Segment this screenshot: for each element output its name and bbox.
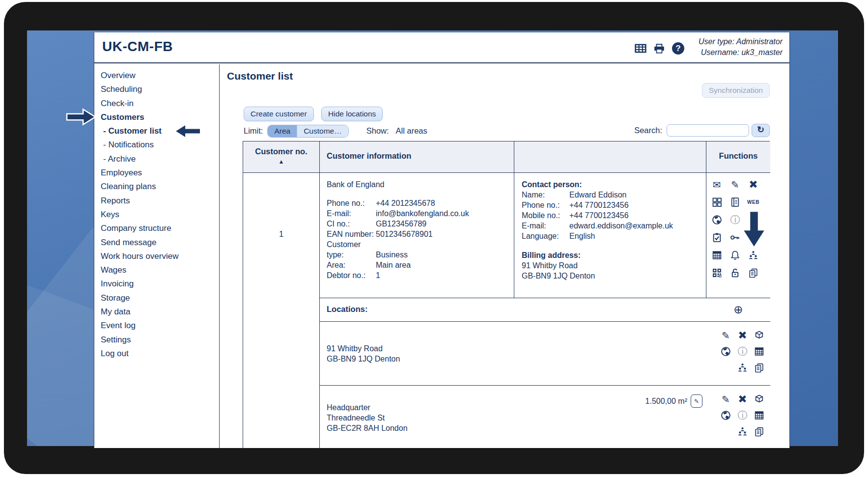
username: Username: uk3_master xyxy=(699,47,783,58)
refresh-icon[interactable]: ↻ xyxy=(752,124,770,137)
sidebar-item-my-data[interactable]: My data xyxy=(94,305,219,319)
print-icon[interactable] xyxy=(653,43,665,54)
annotation-arrow-right xyxy=(66,108,96,126)
globe-icon[interactable] xyxy=(721,410,731,421)
app-title: UK-CM-FB xyxy=(102,39,173,55)
create-customer-button[interactable]: Create customer xyxy=(244,107,314,121)
org-people-icon[interactable] xyxy=(737,426,748,437)
main-content: Customer list Synchronization Create cus… xyxy=(220,64,790,448)
sidebar-item-check-in[interactable]: Check-in xyxy=(94,97,219,111)
hide-locations-button[interactable]: Hide locations xyxy=(321,107,383,121)
location-row: 91 Whitby Road GB-BN9 1JQ Denton xyxy=(320,322,706,386)
location-line: GB-BN9 1JQ Denton xyxy=(327,354,400,364)
org-people-icon[interactable] xyxy=(737,363,748,373)
documents-icon[interactable] xyxy=(754,363,764,373)
billing-line: GB-BN9 1JQ Denton xyxy=(522,271,706,281)
org-people-icon[interactable] xyxy=(748,250,758,260)
sidebar-item-archive[interactable]: - Archive xyxy=(94,152,219,166)
customer-number-cell: 1 xyxy=(243,173,320,448)
user-info: User type: Administrator Username: uk3_m… xyxy=(699,36,783,58)
sidebar-item-employees[interactable]: Employees xyxy=(94,166,219,180)
sidebar-item-keys[interactable]: Keys xyxy=(94,208,219,222)
contact-person-heading: Contact person: xyxy=(522,179,706,190)
location-row: Headquarter Threadneedle St GB-EC2R 8AH … xyxy=(320,386,706,448)
app-header: UK-CM-FB ? User type: Administrator User… xyxy=(94,32,789,63)
bell-icon[interactable] xyxy=(730,250,740,260)
key-icon[interactable] xyxy=(730,232,740,243)
info-icon[interactable]: ⓘ xyxy=(730,213,740,226)
sidebar: Overview Scheduling Check-in Customers -… xyxy=(94,64,220,448)
location-functions-cell: ✎ ✖ ⓘ xyxy=(706,386,770,448)
documents-icon[interactable] xyxy=(754,426,764,437)
sidebar-item-wages[interactable]: Wages xyxy=(94,263,219,277)
help-icon[interactable]: ? xyxy=(672,42,684,55)
table-view-icon[interactable] xyxy=(635,43,646,54)
sidebar-item-settings[interactable]: Settings xyxy=(94,333,219,347)
app-window: UK-CM-FB ? User type: Administrator User… xyxy=(94,32,790,448)
email-icon[interactable]: ✉ xyxy=(713,179,721,191)
location-line: Headquarter xyxy=(327,402,408,413)
sort-asc-icon[interactable]: ▲ xyxy=(243,158,319,165)
customer-functions-cell: ✉ ✎ ✖ WEB ⓘ xyxy=(706,173,770,298)
search-label: Search: xyxy=(634,126,662,135)
sidebar-item-log-out[interactable]: Log out xyxy=(94,347,219,361)
search-input[interactable] xyxy=(667,124,749,137)
screen-frame: UK-CM-FB ? User type: Administrator User… xyxy=(4,2,864,474)
delete-icon[interactable]: ✖ xyxy=(738,393,747,406)
column-header-customer-no[interactable]: Customer no. ▲ xyxy=(243,141,320,173)
column-header-blank xyxy=(514,141,706,173)
location-functions-cell: ✎ ✖ ⓘ xyxy=(706,322,770,386)
customer-info-cell: Bank of England Phone no.:+44 2012345678… xyxy=(320,173,514,298)
sidebar-item-storage[interactable]: Storage xyxy=(94,291,219,305)
user-type: User type: Administrator xyxy=(699,36,783,47)
delete-icon[interactable]: ✖ xyxy=(738,329,747,342)
calendar-grid-icon[interactable] xyxy=(712,250,722,260)
web-icon[interactable]: WEB xyxy=(747,199,759,205)
column-header-customer-information: Customer information xyxy=(320,141,514,173)
documents-icon[interactable] xyxy=(748,268,758,278)
customer-number: 1 xyxy=(243,229,319,239)
sidebar-item-overview[interactable]: Overview xyxy=(94,69,219,83)
edit-icon[interactable]: ✎ xyxy=(731,179,739,191)
sidebar-item-send-message[interactable]: Send message xyxy=(94,236,219,250)
clipboard-check-icon[interactable] xyxy=(712,232,722,243)
qr-code-icon[interactable] xyxy=(712,268,722,278)
sidebar-item-customers[interactable]: Customers xyxy=(94,111,219,124)
sidebar-item-cleaning-plans[interactable]: Cleaning plans xyxy=(94,180,219,194)
edit-area-icon[interactable]: ✎ xyxy=(691,394,702,408)
edit-icon[interactable]: ✎ xyxy=(722,330,730,341)
sidebar-item-scheduling[interactable]: Scheduling xyxy=(94,83,219,96)
show-value: All areas xyxy=(396,126,427,136)
sidebar-item-event-log[interactable]: Event log xyxy=(94,319,219,333)
show-label: Show: xyxy=(366,126,389,136)
info-icon[interactable]: ⓘ xyxy=(738,409,748,422)
contacts-book-icon[interactable] xyxy=(730,197,740,207)
delete-icon[interactable]: ✖ xyxy=(749,178,757,191)
page-title: Customer list xyxy=(227,70,293,82)
calendar-grid-icon[interactable] xyxy=(754,410,764,421)
location-line: 91 Whitby Road xyxy=(327,343,400,354)
globe-icon[interactable] xyxy=(712,215,722,225)
location-line: GB-EC2R 8AH London xyxy=(327,423,408,433)
info-icon[interactable]: ⓘ xyxy=(738,345,748,358)
lock-open-icon[interactable] xyxy=(730,268,740,278)
edit-icon[interactable]: ✎ xyxy=(722,393,730,405)
limit-area-segment[interactable]: Area xyxy=(268,125,297,137)
sidebar-item-invoicing[interactable]: Invoicing xyxy=(94,277,219,291)
globe-icon[interactable] xyxy=(721,346,731,357)
contact-person-cell: Contact person: Name:Edward Eddison Phon… xyxy=(514,173,706,298)
storage-boxes-icon[interactable] xyxy=(712,197,722,207)
sidebar-item-reports[interactable]: Reports xyxy=(94,194,219,208)
add-location-icon[interactable]: ⊕ xyxy=(733,303,743,316)
sidebar-item-company-structure[interactable]: Company structure xyxy=(94,222,219,235)
limit-segments: Area Custome… xyxy=(267,125,348,138)
location-area-value: 1.500,00 m² xyxy=(645,397,687,406)
sidebar-item-notifications[interactable]: - Notifications xyxy=(94,138,219,152)
synchronization-button[interactable]: Synchronization xyxy=(702,83,770,98)
customer-name: Bank of England xyxy=(327,179,514,190)
box-3d-icon[interactable] xyxy=(754,330,764,340)
box-3d-icon[interactable] xyxy=(754,394,764,404)
sidebar-item-work-hours-overview[interactable]: Work hours overview xyxy=(94,250,219,263)
limit-customer-segment[interactable]: Custome… xyxy=(297,125,348,137)
calendar-grid-icon[interactable] xyxy=(754,346,764,357)
